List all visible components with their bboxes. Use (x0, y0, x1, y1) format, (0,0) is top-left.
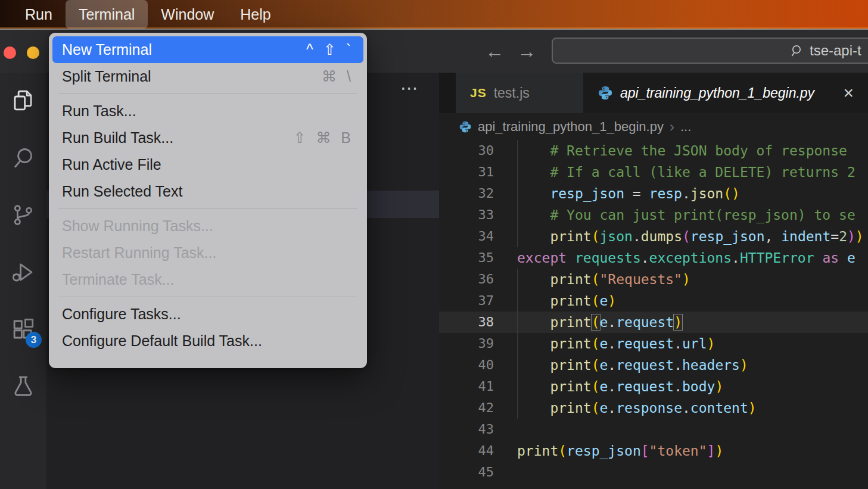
line-content: print(e.request.body) (517, 376, 723, 397)
menubar-item-terminal[interactable]: Terminal (66, 0, 148, 29)
code-line[interactable]: 35except requests.exceptions.HTTPError a… (439, 247, 868, 269)
breadcrumb-file[interactable]: api_training_python_1_begin.py (478, 119, 664, 135)
code-token: # You can just print(resp_json) to se (550, 207, 855, 223)
code-line[interactable]: 45 (439, 462, 868, 483)
line-content: print("Requests") (517, 269, 690, 290)
code-line[interactable]: 44print(resp_json["token"]) (439, 440, 868, 462)
code-token: ) (847, 229, 855, 244)
code-token: json (690, 186, 723, 201)
tab-test-js[interactable]: JStest.js (456, 73, 583, 113)
breadcrumb-symbol[interactable]: ... (680, 119, 691, 135)
activity-bar-item-search[interactable] (0, 135, 46, 181)
sidebar-more-actions-button[interactable]: ⋯ (400, 77, 421, 98)
code-line[interactable]: 32 resp_json = resp.json() (439, 183, 868, 204)
code-editor[interactable]: 30 # Retrieve the JSON body of response3… (439, 140, 868, 483)
menu-separator (49, 205, 367, 213)
activity-bar-item-extensions[interactable]: 3 (0, 306, 46, 353)
line-content: # If a call (like a DELETE) returns 2 (517, 161, 855, 183)
menu-item-label: Show Running Tasks... (62, 217, 213, 235)
menu-item-new-terminal[interactable]: New Terminal^ ⇧ ` (52, 36, 363, 63)
line-content: # Retrieve the JSON body of response (517, 140, 847, 161)
code-line[interactable]: 30 # Retrieve the JSON body of response (439, 140, 868, 161)
code-line[interactable]: 31 # If a call (like a DELETE) returns 2 (439, 161, 868, 183)
minimize-window-button[interactable] (27, 46, 39, 59)
navigate-back-button[interactable]: ← (483, 38, 506, 64)
menu-item-label: Configure Tasks... (62, 306, 181, 323)
tab-label: test.js (494, 85, 530, 101)
code-token: # Retrieve the JSON body of response (550, 143, 847, 158)
menu-item-run-build-task[interactable]: Run Build Task...⇧ ⌘ B (52, 124, 363, 151)
menu-item-restart-running-task: Restart Running Task... (52, 239, 363, 266)
code-line[interactable]: 33 # You can just print(resp_json) to se (439, 204, 868, 226)
code-token: . (641, 250, 649, 266)
line-number: 32 (439, 183, 494, 204)
breadcrumb[interactable]: api_training_python_1_begin.py › ... (439, 113, 868, 140)
code-token: ( (592, 229, 600, 244)
breadcrumb-separator-icon: › (670, 119, 674, 135)
command-center-search[interactable]: tse-api-t (552, 38, 868, 64)
code-token: . (608, 379, 616, 394)
code-line[interactable]: 34 print(json.dumps(resp_json, indent=2)… (439, 226, 868, 247)
menubar-item-run[interactable]: Run (12, 0, 66, 29)
code-token: e (600, 357, 608, 373)
python-file-icon (459, 120, 472, 133)
activity-bar-item-testing[interactable] (0, 363, 46, 410)
menu-item-shortcut: ⇧ ⌘ B (293, 129, 354, 147)
code-token: dumps (641, 229, 682, 244)
code-token (567, 250, 575, 266)
menu-item-run-task[interactable]: Run Task... (52, 98, 363, 124)
code-line[interactable]: 40 print(e.request.headers) (439, 354, 868, 376)
line-number: 45 (439, 462, 494, 483)
python-file-icon (598, 85, 613, 101)
code-token (517, 164, 550, 180)
code-token: headers (682, 357, 740, 373)
activity-bar-item-run-and-debug[interactable] (0, 249, 46, 295)
code-line[interactable]: 42 print(e.response.content) (439, 397, 868, 419)
code-token: ) (608, 293, 616, 309)
code-line[interactable]: 41 print(e.request.body) (439, 376, 868, 397)
code-token: ( (592, 314, 600, 330)
code-token: . (608, 400, 616, 416)
code-line[interactable]: 43 (439, 419, 868, 440)
code-token: url (682, 336, 707, 351)
menu-item-configure-default-build-task[interactable]: Configure Default Build Task... (52, 328, 363, 354)
menu-item-run-active-file[interactable]: Run Active File (52, 151, 363, 178)
menu-item-run-selected-text[interactable]: Run Selected Text (52, 178, 363, 205)
activity-bar-item-explorer[interactable] (0, 77, 46, 124)
code-token: = (830, 229, 839, 244)
code-token: "Requests" (600, 272, 682, 287)
menu-separator (49, 293, 367, 301)
activity-bar-item-source-control[interactable] (0, 192, 46, 238)
macos-menu-bar: RunTerminalWindowHelp (0, 0, 868, 29)
code-token: . (633, 229, 641, 244)
menubar-item-window[interactable]: Window (148, 0, 227, 29)
code-line[interactable]: 38 print(e.request) (439, 312, 868, 333)
activity-bar: 3 (0, 73, 46, 489)
code-token: e (600, 293, 608, 309)
command-center-content: tse-api-t (790, 39, 861, 63)
close-window-button[interactable] (4, 46, 16, 59)
code-token (517, 357, 550, 373)
menu-item-shortcut: ^ ⇧ ` (306, 41, 354, 58)
menu-item-label: Run Selected Text (62, 183, 182, 200)
code-line[interactable]: 39 print(e.request.url) (439, 333, 868, 354)
tab-api-training-python-1-begin-py[interactable]: api_training_python_1_begin.py× (583, 73, 868, 113)
menu-item-configure-tasks[interactable]: Configure Tasks... (52, 301, 363, 328)
code-token: content (690, 400, 748, 416)
code-token (517, 272, 550, 287)
code-token (517, 186, 550, 201)
line-content: print(resp_json["token"]) (517, 440, 723, 462)
code-token: [ (641, 443, 649, 459)
code-token: ) (740, 357, 748, 373)
menubar-item-help[interactable]: Help (227, 0, 284, 29)
code-line[interactable]: 37 print(e) (439, 290, 868, 312)
code-token: print (550, 229, 591, 244)
line-content: print(e.request.url) (517, 333, 715, 354)
tab-close-icon[interactable]: × (843, 84, 854, 102)
code-token: print (550, 357, 591, 373)
code-token: ( (592, 336, 600, 351)
code-token (517, 293, 550, 309)
code-line[interactable]: 36 print("Requests") (439, 269, 868, 290)
menu-item-split-terminal[interactable]: Split Terminal⌘ \ (52, 63, 363, 90)
navigate-forward-button[interactable]: → (515, 38, 539, 64)
